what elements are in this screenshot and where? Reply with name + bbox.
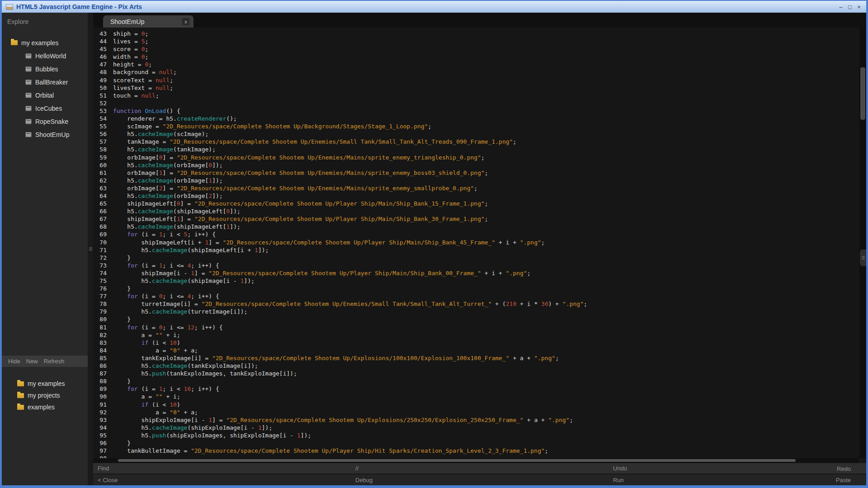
sidebar-item-my-examples[interactable]: my examples	[2, 36, 88, 49]
code-line[interactable]: 63 orbImage[2] = "2D_Resources/space/Com…	[93, 184, 859, 192]
line-number: 83	[93, 339, 113, 347]
vertical-scrollbar[interactable]	[859, 28, 866, 458]
code-line[interactable]: 65 shipImageLeft[0] = "2D_Resources/spac…	[93, 200, 859, 207]
code-text: h5.cacheImage(shipImageLeft[0]);	[113, 207, 241, 215]
code-line[interactable]: 91 if (i < 10)	[93, 401, 859, 408]
code-line[interactable]: 54 renderer = h5.createRenderer();	[93, 115, 859, 122]
code-line[interactable]: 87 h5.push(tankExploImages, tankExploIma…	[93, 370, 859, 377]
code-line[interactable]: 81 for (i = 0; i <= 12; i++) {	[93, 324, 859, 331]
line-number: 98	[93, 455, 113, 458]
code-line[interactable]: 98	[93, 455, 859, 458]
refresh-button[interactable]: Refresh	[44, 358, 65, 365]
code-line[interactable]: 80 }	[93, 315, 859, 323]
tab-shootemup[interactable]: ShootEmUp x	[103, 15, 193, 28]
code-line[interactable]: 79 h5.cacheImage(turretImage[i]);	[93, 308, 859, 315]
code-line[interactable]: 62 h5.cacheImage(orbImage[1]);	[93, 177, 859, 184]
close-button[interactable]: < Close	[93, 477, 351, 483]
library-folder-examples[interactable]: examples	[2, 401, 88, 413]
code-line[interactable]: 76 }	[93, 285, 859, 292]
sidebar-item-orbital[interactable]: Orbital	[2, 89, 88, 102]
sidebar-item-ballbreaker[interactable]: BallBreaker	[2, 75, 88, 89]
code-line[interactable]: 55 scImage = "2D_Resources/space/Complet…	[93, 122, 859, 130]
sidebar-splitter[interactable]	[88, 13, 93, 485]
code-line[interactable]: 57 tankImage = "2D_Resources/space/Compl…	[93, 138, 859, 145]
code-text: score = 0;	[113, 45, 148, 53]
code-line[interactable]: 61 orbImage[1] = "2D_Resources/space/Com…	[93, 169, 859, 177]
close-icon[interactable]: ×	[854, 4, 863, 10]
code-line[interactable]: 74 shipImage[i - 1] = "2D_Resources/spac…	[93, 269, 859, 277]
code-line[interactable]: 46width = 0;	[93, 53, 859, 61]
code-line[interactable]: 86 h5.cacheImage(tankExploImage[i]);	[93, 362, 859, 370]
code-line[interactable]: 92 a = "0" + a;	[93, 408, 859, 416]
code-line[interactable]: 82 a = "" + i;	[93, 331, 859, 339]
code-line[interactable]: 43shiph = 0;	[93, 30, 859, 38]
code-line[interactable]: 44lives = 5;	[93, 38, 859, 45]
code-line[interactable]: 75 h5.cacheImage(shipImage[i - 1]);	[93, 277, 859, 285]
code-editor[interactable]: 43shiph = 0;44lives = 5;45score = 0;46wi…	[93, 28, 859, 458]
code-line[interactable]: 49scoreText = null;	[93, 76, 859, 84]
redo-button[interactable]: Redo	[837, 465, 851, 472]
code-line[interactable]: 95 h5.push(shipExploImages, shipExploIma…	[93, 432, 859, 439]
code-line[interactable]: 71 h5.cacheImage(shipImageLeft[i + 1]);	[93, 246, 859, 254]
tree-item-label: HelloWorld	[35, 52, 66, 60]
comment-button[interactable]: //	[351, 465, 609, 472]
code-line[interactable]: 70 shipImageLeft[i + 1] = "2D_Resources/…	[93, 239, 859, 246]
code-text: a = "0" + a;	[113, 408, 198, 416]
code-line[interactable]: 94 h5.cacheImage(shipExploImage[i - 1]);	[93, 424, 859, 432]
vertical-scroll-thumb[interactable]	[860, 67, 865, 120]
code-line[interactable]: 89 for (i = 1; i < 16; i++) {	[93, 385, 859, 393]
library-folder-my-projects[interactable]: my projects	[2, 389, 88, 401]
code-line[interactable]: 96 }	[93, 439, 859, 447]
find-button[interactable]: Find	[93, 465, 351, 472]
code-line[interactable]: 48background = null;	[93, 68, 859, 76]
code-line[interactable]: 64 h5.cacheImage(orbImage[2]);	[93, 192, 859, 200]
code-line[interactable]: 52	[93, 99, 859, 107]
example-file-icon	[25, 132, 32, 137]
code-line[interactable]: 73 for (i = 1; i <= 4; i++) {	[93, 262, 859, 269]
debug-button[interactable]: Debug	[351, 477, 609, 483]
sidebar-item-bubbles[interactable]: Bubbles	[2, 62, 88, 75]
new-button[interactable]: New	[26, 358, 38, 365]
code-line[interactable]: 51touch = null;	[93, 92, 859, 99]
horizontal-scroll-thumb[interactable]	[118, 459, 796, 462]
paste-button[interactable]: Paste	[836, 477, 851, 483]
code-line[interactable]: 60 h5.cacheImage(orbImage[0]);	[93, 161, 859, 169]
library-folder-my-examples[interactable]: my examples	[2, 378, 88, 389]
hide-button[interactable]: Hide	[8, 358, 20, 365]
side-panel-handle[interactable]	[860, 249, 866, 266]
sidebar-item-ropesnake[interactable]: RopeSnake	[2, 115, 88, 128]
code-line[interactable]: 53function OnLoad() {	[93, 107, 859, 115]
sidebar-item-shootemup[interactable]: ShootEmUp	[2, 128, 88, 141]
code-line[interactable]: 88 }	[93, 377, 859, 385]
maximize-icon[interactable]: □	[845, 4, 854, 10]
code-line[interactable]: 93 shipExploImage[i - 1] = "2D_Resources…	[93, 416, 859, 424]
run-button[interactable]: Run	[609, 477, 866, 483]
code-line[interactable]: 85 tankExploImage[i] = "2D_Resources/spa…	[93, 354, 859, 362]
code-line[interactable]: 78 turretImage[i] = "2D_Resources/space/…	[93, 300, 859, 308]
editor-panel: ShootEmUp x 43shiph = 0;44lives = 5;45sc…	[93, 13, 866, 485]
code-line[interactable]: 56 h5.cacheImage(scImage);	[93, 130, 859, 138]
line-number: 68	[93, 223, 113, 230]
code-line[interactable]: 50livesText = null;	[93, 84, 859, 92]
horizontal-scrollbar[interactable]	[93, 458, 859, 463]
code-line[interactable]: 59 orbImage[0] = "2D_Resources/space/Com…	[93, 154, 859, 161]
code-line[interactable]: 84 a = "0" + a;	[93, 347, 859, 354]
line-number: 62	[93, 177, 113, 184]
sidebar-item-icecubes[interactable]: IceCubes	[2, 102, 88, 115]
code-line[interactable]: 68 h5.cacheImage(shipImageLeft[1]);	[93, 223, 859, 230]
code-line[interactable]: 72 }	[93, 254, 859, 262]
sidebar-item-helloworld[interactable]: HelloWorld	[2, 49, 88, 62]
tab-close-icon[interactable]: x	[182, 18, 189, 25]
undo-button[interactable]: Undo	[609, 465, 866, 472]
code-line[interactable]: 47height = 0;	[93, 61, 859, 68]
code-line[interactable]: 67 shipImageLeft[1] = "2D_Resources/spac…	[93, 215, 859, 223]
code-line[interactable]: 97 tankBulletImage = "2D_Resources/space…	[93, 447, 859, 455]
code-line[interactable]: 69 for (i = 1; i < 5; i++) {	[93, 230, 859, 238]
code-line[interactable]: 90 a = "" + i;	[93, 393, 859, 400]
code-line[interactable]: 77 for (i = 0; i <= 4; i++) {	[93, 292, 859, 300]
code-line[interactable]: 45score = 0;	[93, 45, 859, 53]
code-line[interactable]: 58 h5.cacheImage(tankImage);	[93, 145, 859, 153]
code-line[interactable]: 66 h5.cacheImage(shipImageLeft[0]);	[93, 207, 859, 215]
minimize-icon[interactable]: –	[836, 4, 845, 10]
code-line[interactable]: 83 if (i < 10)	[93, 339, 859, 347]
